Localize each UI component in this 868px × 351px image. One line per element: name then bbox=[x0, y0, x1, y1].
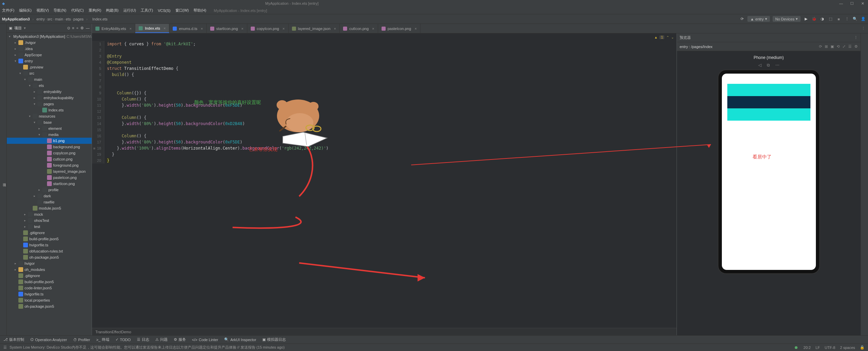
status-lock-icon[interactable]: 🔒 bbox=[860, 345, 865, 350]
tree-row[interactable]: oh-package.json5 bbox=[7, 254, 92, 260]
tree-row[interactable]: hvigorfile.ts bbox=[7, 291, 92, 297]
collapse-all-icon[interactable]: ÷ bbox=[76, 26, 78, 30]
close-icon[interactable]: × bbox=[164, 26, 166, 30]
stop-button[interactable]: ■ bbox=[836, 16, 841, 22]
chevron-up-icon[interactable]: ⌃ bbox=[666, 35, 669, 39]
bottom-tool-tab[interactable]: ▣模拟器日志 bbox=[262, 337, 286, 342]
tree-arrow-icon[interactable]: ▾ bbox=[23, 78, 27, 81]
tree-row[interactable]: background.png bbox=[7, 144, 92, 150]
preview-inspect-icon[interactable]: ▣ bbox=[831, 44, 834, 49]
tree-row[interactable]: ▸oh_modules bbox=[7, 266, 92, 273]
bottom-tool-tab[interactable]: ⏱Profiler bbox=[73, 338, 90, 342]
run-button[interactable]: ▶ bbox=[803, 16, 809, 22]
warning-count[interactable]: 1 bbox=[660, 35, 664, 39]
tree-arrow-icon[interactable]: ▾ bbox=[18, 72, 22, 75]
line-number[interactable]: 5 bbox=[99, 66, 101, 71]
code-line[interactable]: build() { bbox=[104, 72, 677, 77]
device-menu-icon[interactable]: ⋯ bbox=[775, 63, 779, 67]
tree-row[interactable]: oh-package.json5 bbox=[7, 303, 92, 309]
debug-button[interactable]: 🐞 bbox=[811, 16, 817, 22]
line-number[interactable]: 6 bbox=[99, 73, 101, 77]
tree-row[interactable]: foreground.png bbox=[7, 162, 92, 168]
tree-row[interactable]: ▾media bbox=[7, 132, 92, 138]
editor-breadcrumb[interactable]: TransitionEffectDemo bbox=[92, 328, 677, 335]
preview-tab-label[interactable]: 预览器 bbox=[680, 35, 691, 40]
tree-row[interactable]: ▸dark bbox=[7, 193, 92, 199]
status-position[interactable]: 20:2 bbox=[804, 346, 811, 350]
tree-arrow-icon[interactable]: ▾ bbox=[9, 35, 11, 38]
window-close[interactable]: ✕ bbox=[860, 1, 866, 6]
status-encoding[interactable]: UTF-8 bbox=[825, 346, 835, 350]
preview-tree-icon[interactable]: ⊞ bbox=[825, 44, 828, 49]
more-run-icon[interactable]: ⋮ bbox=[844, 16, 850, 22]
breadcrumb-segment[interactable]: entry bbox=[36, 17, 45, 21]
tree-row[interactable]: ▾MyApplication3 [MyApplication] C:\Users… bbox=[7, 33, 92, 40]
status-indent[interactable]: 2 spaces bbox=[840, 346, 855, 350]
breadcrumb-segment[interactable]: src bbox=[47, 17, 52, 21]
run-config-module[interactable]: ▲ entry ▾ bbox=[747, 16, 770, 22]
avatar-icon[interactable]: 👤 bbox=[861, 16, 866, 22]
tree-row[interactable]: local.properties bbox=[7, 297, 92, 303]
tree-row[interactable]: build-profile.json5 bbox=[7, 279, 92, 285]
code-line[interactable]: Column() { bbox=[104, 97, 677, 102]
project-tree[interactable]: ▾MyApplication3 [MyApplication] C:\Users… bbox=[7, 33, 92, 335]
tree-row[interactable]: ▾ets bbox=[7, 82, 92, 89]
code-line[interactable]: } bbox=[104, 152, 677, 157]
locate-icon[interactable]: ⊙ bbox=[67, 26, 70, 30]
tree-arrow-icon[interactable]: ▸ bbox=[33, 90, 36, 93]
line-number[interactable]: 15 bbox=[97, 128, 101, 132]
tree-row[interactable]: layered_image.json bbox=[7, 168, 92, 174]
line-number[interactable]: 12 bbox=[97, 109, 101, 113]
tree-row[interactable]: ▸entryability bbox=[7, 89, 92, 95]
tree-arrow-icon[interactable]: ▸ bbox=[14, 262, 17, 265]
editor-tab[interactable]: pasteIcon.png× bbox=[378, 24, 421, 33]
tree-arrow-icon[interactable]: ▸ bbox=[33, 96, 36, 100]
device-back-icon[interactable]: ◁ bbox=[758, 63, 761, 67]
line-number[interactable]: 18 bbox=[97, 146, 101, 150]
line-number[interactable]: 19 bbox=[97, 152, 101, 156]
tree-arrow-icon[interactable]: ▾ bbox=[33, 102, 36, 106]
tree-row[interactable]: cutIcon.png bbox=[7, 156, 92, 162]
tree-arrow-icon[interactable]: ▾ bbox=[37, 133, 41, 136]
tree-row[interactable]: ▸AppScope bbox=[7, 52, 92, 58]
sync-icon[interactable]: ⟳ bbox=[739, 16, 745, 22]
line-number[interactable]: 10 bbox=[97, 97, 101, 101]
code-line[interactable]: Column() { bbox=[104, 115, 677, 120]
tree-arrow-icon[interactable]: ▸ bbox=[37, 188, 41, 192]
editor-tab[interactable]: startIcon.png× bbox=[207, 24, 247, 33]
line-number[interactable]: 1 bbox=[99, 42, 101, 46]
code-line[interactable]: Column() { bbox=[104, 134, 677, 138]
tree-row[interactable]: ▾main bbox=[7, 76, 92, 82]
line-number[interactable]: 2 bbox=[99, 48, 101, 52]
code-line[interactable]: @Component bbox=[104, 60, 677, 65]
tree-row[interactable]: pasteIcon.png bbox=[7, 174, 92, 181]
editor-tab[interactable]: enums.d.ts× bbox=[169, 24, 206, 33]
menu-item[interactable]: 构建(B) bbox=[106, 8, 119, 13]
tree-arrow-icon[interactable]: ▾ bbox=[28, 115, 31, 118]
menu-item[interactable]: 导航(N) bbox=[53, 8, 66, 13]
code-line[interactable]: } bbox=[104, 158, 677, 163]
breadcrumb-segment[interactable]: main bbox=[55, 17, 63, 21]
line-number[interactable]: 16 bbox=[97, 134, 101, 138]
menu-item[interactable]: 工具(T) bbox=[141, 8, 153, 13]
status-message[interactable]: System Low Memory: DevEco Studio内存不足，这可能… bbox=[10, 345, 284, 350]
line-number[interactable]: 20 bbox=[97, 158, 101, 163]
close-icon[interactable]: × bbox=[201, 27, 203, 31]
tree-row[interactable]: hvigorfile.ts bbox=[7, 242, 92, 248]
menu-item[interactable]: 编辑(E) bbox=[19, 8, 32, 13]
menu-item[interactable]: 帮助(H) bbox=[193, 8, 206, 13]
tree-row[interactable]: module.json5 bbox=[7, 205, 92, 211]
device-copy-icon[interactable]: ⧉ bbox=[767, 63, 770, 67]
settings-icon[interactable]: ⚙ bbox=[80, 26, 84, 30]
tree-row[interactable]: ▾entry bbox=[7, 58, 92, 64]
attach-icon[interactable]: ⬚ bbox=[828, 16, 833, 22]
tree-arrow-icon[interactable]: ▸ bbox=[23, 219, 27, 222]
menu-item[interactable]: 运行(U) bbox=[123, 8, 136, 13]
tree-arrow-icon[interactable]: ▾ bbox=[14, 59, 17, 63]
tree-row[interactable]: ▸element bbox=[7, 125, 92, 132]
line-number[interactable]: 3 bbox=[99, 54, 101, 58]
editor-tab[interactable]: EntryAbility.ets× bbox=[92, 24, 135, 33]
tree-row[interactable]: obfuscation-rules.txt bbox=[7, 248, 92, 254]
line-number[interactable]: 17 bbox=[97, 140, 101, 144]
line-number[interactable]: 14 bbox=[97, 122, 101, 126]
